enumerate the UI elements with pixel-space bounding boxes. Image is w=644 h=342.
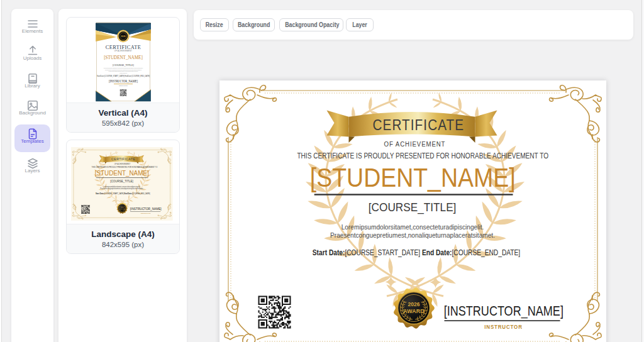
svg-text:[STUDENT_NAME]: [STUDENT_NAME] [95,169,149,177]
svg-text:2026: 2026 [408,301,419,307]
svg-text:CERTIFICATE: CERTIFICATE [372,117,464,133]
svg-text:THIS CERTIFICATE IS PROUDLY PR: THIS CERTIFICATE IS PROUDLY PRESENTED FO… [297,152,548,160]
svg-text:INSTRUCTOR: INSTRUCTOR [119,84,128,86]
svg-text:StartDate:[COURSE_START_DATE]: StartDate:[COURSE_START_DATE] EndDate:[C… [97,75,150,77]
svg-text:OF ACHIEVEMENT: OF ACHIEVEMENT [114,50,133,52]
svg-text:AWARD: AWARD [403,307,425,314]
svg-text:AWARD: AWARD [119,208,125,209]
svg-text:Praesentconguepretiumest,nonal: Praesentconguepretiumest,nonaliqueturnap… [330,231,495,238]
svg-text:THIS CERTIFICATE IS PROUDLY PR: THIS CERTIFICATE IS PROUDLY PRESENTED FO… [92,166,158,168]
svg-text:INSTRUCTOR: INSTRUCTOR [141,212,151,214]
svg-text:2026: 2026 [121,206,125,207]
svg-text:estnonaliquet: estnonaliquet [119,72,127,74]
svg-text:[INSTRUCTOR_NAME]: [INSTRUCTOR_NAME] [443,303,563,319]
svg-text:[COURSE_TITLE]: [COURSE_TITLE] [113,63,134,67]
svg-text:[INSTRUCTOR_NAME]: [INSTRUCTOR_NAME] [130,207,162,211]
svg-text:[STUDENT_NAME]: [STUDENT_NAME] [104,54,142,60]
svg-text:[INSTRUCTOR_NAME]: [INSTRUCTOR_NAME] [109,80,138,83]
svg-text:Start Date:[COURSE_START_DATE]: Start Date:[COURSE_START_DATE] End Date:… [312,248,519,256]
svg-text:2026: 2026 [121,35,125,38]
svg-text:Loremipsumdolorsitamet,consect: Loremipsumdolorsitamet,consecteturadipis… [341,223,484,230]
svg-text:CERTIFICATE: CERTIFICATE [111,157,135,161]
svg-text:[COURSE_TITLE]: [COURSE_TITLE] [110,180,133,183]
svg-text:CERTIFICATE: CERTIFICATE [106,44,141,50]
svg-text:Start Date:[COURSE_START_DATE]: Start Date:[COURSE_START_DATE] End Date:… [96,192,150,194]
svg-text:INSTRUCTOR: INSTRUCTOR [484,323,523,330]
svg-text:[COURSE_TITLE]: [COURSE_TITLE] [368,201,456,214]
svg-text:OF ACHIEVEMENT: OF ACHIEVEMENT [384,140,445,148]
svg-text:[STUDENT_NAME]: [STUDENT_NAME] [309,163,515,192]
